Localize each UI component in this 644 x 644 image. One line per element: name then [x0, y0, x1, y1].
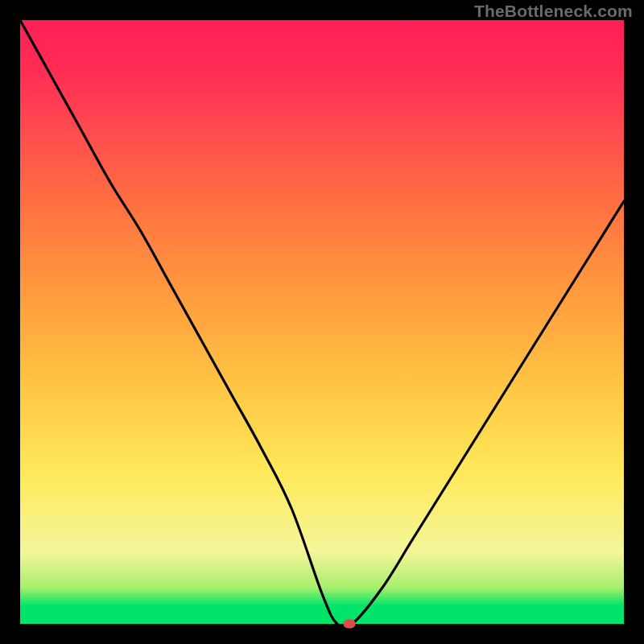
- min-marker: [343, 620, 355, 629]
- bottleneck-curve: [20, 20, 624, 629]
- curve-layer: [20, 20, 624, 624]
- watermark-text: TheBottleneck.com: [474, 2, 633, 21]
- chart-frame: TheBottleneck.com: [0, 0, 644, 644]
